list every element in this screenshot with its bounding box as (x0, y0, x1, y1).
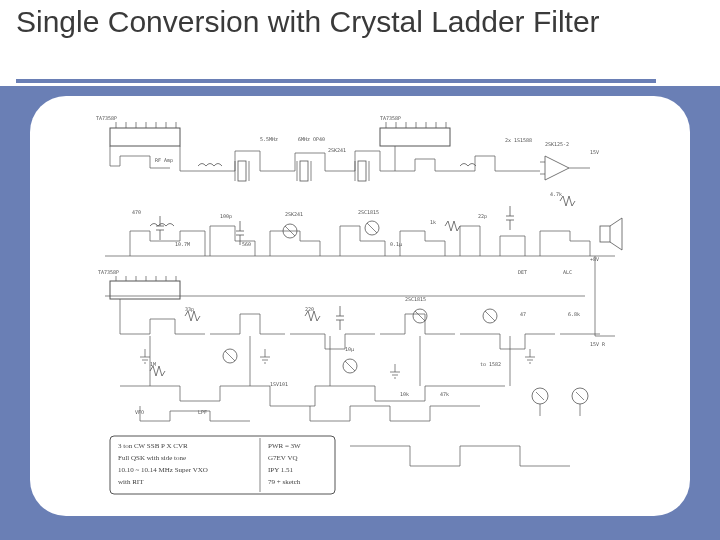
label: 1k (430, 219, 436, 225)
label: +8V (590, 256, 599, 262)
note-line: 10.10 ~ 10.14 MHz Super VXO (118, 466, 208, 474)
label: 22p (478, 213, 487, 220)
title-underline (16, 79, 656, 83)
label: 0.1µ (390, 241, 402, 248)
label: 10.7M (175, 241, 190, 247)
note-line: IPY 1.51 (268, 466, 294, 474)
ic-label: TA7358P (96, 115, 117, 121)
label: VFO (135, 409, 144, 415)
note-line: 3 ton CW SSB P X CVR (118, 442, 188, 450)
svg-line-46 (345, 361, 355, 371)
svg-rect-16 (238, 161, 246, 181)
label: LPF (198, 409, 207, 415)
label: 15V (590, 149, 599, 155)
note-line: 79 + sketch (268, 478, 301, 486)
ic-label: TA7358P (98, 269, 119, 275)
label: 1SV101 (270, 381, 288, 387)
note-line: G7EV VQ (268, 454, 298, 462)
label: 2x 1S1588 (505, 137, 532, 143)
label: 15V R (590, 341, 606, 347)
label: 2SK125-2 (545, 141, 569, 147)
label: 2SC1815 (358, 209, 379, 215)
label: 47k (440, 391, 449, 397)
label: 2SK241 (285, 211, 303, 217)
svg-line-44 (225, 351, 235, 361)
label: 470 (132, 209, 141, 215)
svg-rect-22 (358, 161, 366, 181)
label: RF Amp (155, 157, 173, 164)
label: 2SK241 (328, 147, 346, 153)
label: 1M (150, 361, 156, 367)
note-line: Full QSK with side tone (118, 454, 186, 462)
label: 5.5MHz (260, 136, 278, 142)
label: to 1582 (480, 361, 501, 367)
svg-rect-19 (300, 161, 308, 181)
label: 4.7k (550, 191, 562, 197)
content-card: TA7358P TA7358P (30, 96, 690, 516)
svg-line-48 (485, 311, 495, 321)
label: ALC (563, 269, 572, 275)
svg-line-40 (367, 223, 377, 233)
label: 220 (305, 306, 314, 312)
svg-rect-0 (110, 128, 180, 146)
label: 6MHz OP40 (298, 136, 325, 142)
ic-label: TA7358P (380, 115, 401, 121)
label: 10k (400, 391, 409, 397)
label: 47 (520, 311, 526, 317)
label: 10µ (345, 346, 354, 353)
schematic-diagram: TA7358P TA7358P (90, 106, 630, 506)
svg-rect-1 (380, 128, 450, 146)
note-line: with RIT (118, 478, 144, 486)
svg-rect-28 (600, 226, 610, 242)
svg-line-42 (415, 311, 425, 321)
note-line: PWR = 3W (268, 442, 301, 450)
label: 560 (242, 241, 251, 247)
label: 2SC1815 (405, 296, 426, 302)
label: DET (518, 269, 527, 275)
label: 33p (185, 306, 194, 313)
slide-title: Single Conversion with Crystal Ladder Fi… (16, 4, 600, 40)
label: 100p (220, 213, 232, 220)
label: 6.8k (568, 311, 580, 317)
